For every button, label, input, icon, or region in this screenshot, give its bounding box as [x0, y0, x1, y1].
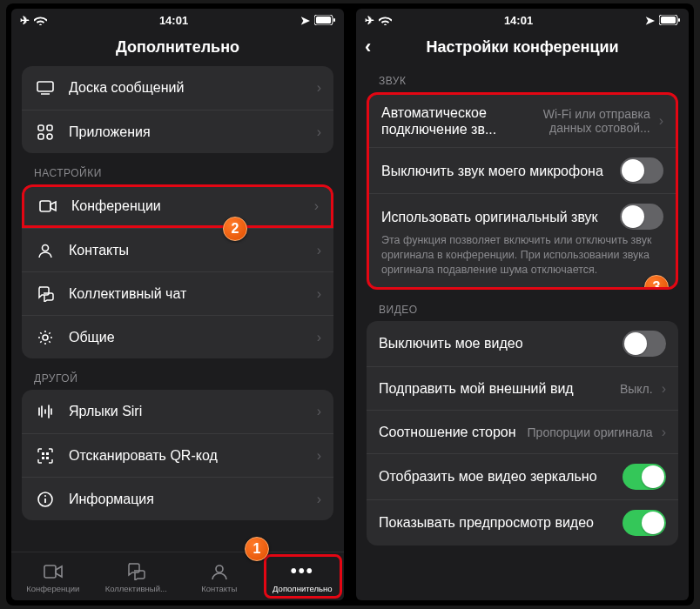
- status-bar: ✈︎ 14:01 ➤: [11, 9, 344, 28]
- chevron-right-icon: ›: [314, 198, 319, 214]
- row-label: Автоматическое подключение зв...: [381, 104, 520, 137]
- row-touch-up[interactable]: Подправить мой внешний вид Выкл. ›: [367, 366, 678, 410]
- group-sound: Автоматическое подключение зв... Wi-Fi и…: [367, 92, 678, 290]
- row-mirror[interactable]: Отобразить мое видео зеркально: [367, 453, 678, 499]
- svg-rect-2: [333, 18, 335, 22]
- board-icon: [34, 81, 57, 95]
- row-label: Соотношение сторон: [379, 424, 528, 440]
- row-aspect[interactable]: Соотношение сторон Пропорции оригинала ›: [367, 410, 678, 453]
- location-icon: ➤: [645, 14, 655, 27]
- battery-icon: [659, 15, 680, 25]
- page-title: Настройки конференции: [426, 38, 618, 57]
- chevron-right-icon: ›: [317, 124, 321, 140]
- row-label: Общие: [69, 330, 313, 345]
- row-mute-mic[interactable]: Выключить звук моего микрофона: [369, 147, 676, 193]
- row-label: Коллективный чат: [69, 286, 313, 302]
- chevron-right-icon: ›: [317, 286, 321, 302]
- chevron-right-icon: ›: [317, 404, 321, 419]
- row-preview[interactable]: Показывать предпросмотр видео: [367, 499, 678, 545]
- row-original-sound[interactable]: Использовать оригинальный звук Эта функц…: [369, 193, 676, 287]
- svg-rect-11: [42, 452, 44, 455]
- chevron-right-icon: ›: [317, 80, 321, 96]
- row-general[interactable]: Общие ›: [22, 315, 333, 358]
- row-label: Выключить мое видео: [379, 336, 616, 351]
- toggle-video-off[interactable]: [623, 331, 666, 357]
- section-header-sound: ЗВУК: [367, 66, 678, 92]
- svg-rect-13: [42, 457, 44, 459]
- airplane-icon: ✈︎: [20, 14, 30, 27]
- group-other: Ярлыки Siri › Отсканировать QR-код › Инф…: [22, 390, 333, 520]
- row-team-chat[interactable]: Коллективный чат ›: [22, 271, 333, 315]
- svg-rect-1: [316, 17, 331, 23]
- svg-rect-3: [37, 82, 53, 91]
- nav-header: ‹ Настройки конференции: [356, 28, 689, 66]
- section-header-settings: НАСТРОЙКИ: [22, 153, 333, 184]
- row-label: Подправить мой внешний вид: [379, 381, 620, 397]
- tab-label: Контакты: [201, 584, 237, 593]
- status-time: 14:01: [159, 14, 188, 27]
- svg-rect-5: [47, 125, 52, 130]
- chevron-right-icon: ›: [317, 492, 321, 507]
- svg-rect-8: [40, 201, 50, 211]
- svg-rect-14: [46, 457, 49, 459]
- row-label: Ярлыки Siri: [69, 404, 313, 419]
- phone-right: ✈︎ 14:01 ➤ ‹ Настройки конференции ЗВУК …: [356, 9, 689, 600]
- group-settings: Конференции › 2 Контакты › Коллективный …: [22, 184, 333, 358]
- badge-2: 2: [223, 217, 247, 241]
- svg-rect-6: [38, 134, 44, 139]
- row-label: Выключить звук моего микрофона: [381, 163, 613, 179]
- status-time: 14:01: [504, 14, 533, 27]
- chevron-right-icon: ›: [659, 113, 663, 129]
- svg-point-10: [43, 335, 48, 340]
- contact-icon: [211, 562, 228, 581]
- tab-team-chat[interactable]: Коллективный...: [95, 562, 178, 593]
- row-video-off[interactable]: Выключить мое видео: [367, 321, 678, 366]
- row-value: Выкл.: [620, 382, 653, 396]
- row-description: Эта функция позволяет включить или отклю…: [381, 230, 663, 278]
- battery-icon: [314, 15, 335, 25]
- row-message-board[interactable]: Доска сообщений ›: [22, 66, 333, 110]
- tab-more[interactable]: ••• Дополнительно: [261, 562, 345, 593]
- row-label: Конференции: [71, 198, 311, 214]
- group-top: Доска сообщений › Приложения ›: [22, 66, 333, 153]
- row-label: Показывать предпросмотр видео: [379, 514, 616, 531]
- siri-icon: [34, 405, 57, 418]
- row-apps[interactable]: Приложения ›: [22, 110, 333, 153]
- chevron-right-icon: ›: [317, 330, 321, 345]
- row-contacts[interactable]: Контакты ›: [22, 228, 333, 271]
- row-conferences[interactable]: Конференции › 2: [22, 184, 333, 228]
- toggle-preview[interactable]: [623, 510, 666, 536]
- row-value: Wi-Fi или отправка данных сотовой...: [520, 107, 650, 135]
- toggle-mute-mic[interactable]: [620, 157, 663, 184]
- toggle-mirror[interactable]: [623, 464, 666, 490]
- row-auto-audio[interactable]: Автоматическое подключение зв... Wi-Fi и…: [369, 95, 676, 147]
- back-button[interactable]: ‹: [365, 36, 371, 58]
- section-header-other: ДРУГОЙ: [22, 358, 333, 390]
- toggle-original-sound[interactable]: [620, 204, 663, 230]
- badge-1: 1: [245, 537, 269, 561]
- row-label: Использовать оригинальный звук: [381, 209, 613, 225]
- row-label: Доска сообщений: [69, 80, 313, 96]
- nav-header: Дополнительно: [11, 28, 344, 66]
- svg-point-18: [216, 566, 223, 572]
- row-qr[interactable]: Отсканировать QR-код ›: [22, 433, 333, 477]
- wifi-icon: [379, 16, 392, 25]
- tab-contacts[interactable]: Контакты: [178, 562, 261, 593]
- chevron-right-icon: ›: [317, 243, 321, 258]
- row-value: Пропорции оригинала: [528, 425, 653, 439]
- chat-icon: [126, 562, 145, 581]
- row-siri[interactable]: Ярлыки Siri ›: [22, 390, 333, 433]
- row-label: Контакты: [69, 243, 313, 258]
- svg-rect-20: [661, 17, 676, 23]
- tab-conferences[interactable]: Конференции: [11, 562, 95, 593]
- tab-label: Коллективный...: [105, 584, 167, 593]
- chevron-right-icon: ›: [662, 425, 666, 440]
- svg-rect-21: [678, 18, 680, 22]
- wifi-icon: [34, 16, 47, 25]
- row-label: Приложения: [69, 124, 313, 140]
- svg-point-7: [47, 134, 52, 139]
- svg-rect-12: [46, 452, 49, 455]
- location-icon: ➤: [300, 14, 310, 27]
- gear-icon: [34, 330, 57, 345]
- row-info[interactable]: Информация ›: [22, 477, 333, 520]
